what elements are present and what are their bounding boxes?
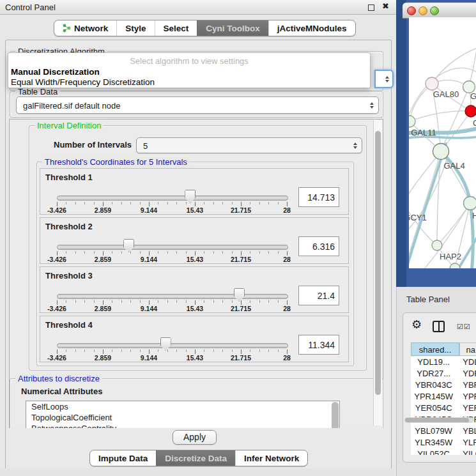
tab-style[interactable]: Style <box>116 20 154 36</box>
tab-label: Discretize Data <box>165 454 227 463</box>
slider-thumb[interactable] <box>234 288 245 302</box>
slider-thumb[interactable] <box>160 337 171 351</box>
slider-track[interactable] <box>57 343 288 348</box>
table-row[interactable]: YER054CYER0 <box>411 403 476 414</box>
checkbox-pair-icon[interactable]: ☑☑ <box>457 323 471 331</box>
tick-label: 28 <box>283 305 291 312</box>
slider-track[interactable] <box>57 245 288 250</box>
minor-tick <box>84 251 85 254</box>
minor-tick <box>176 202 177 204</box>
zoom-green-icon[interactable] <box>430 6 439 15</box>
minor-tick <box>259 202 260 204</box>
table-data-combo[interactable]: galFiltered.sif default node <box>16 96 379 114</box>
network-edge <box>469 40 476 87</box>
major-tick <box>195 251 196 256</box>
minor-tick <box>250 300 250 303</box>
tick-label: 9.144 <box>141 305 157 312</box>
network-node-gal80[interactable] <box>426 77 438 90</box>
tab-label: Select <box>164 24 189 33</box>
network-node[interactable] <box>464 197 476 210</box>
close-icon[interactable]: ✖ <box>382 1 389 11</box>
minor-tick <box>94 300 95 303</box>
table-row[interactable]: YDL19...YDL1 <box>411 357 476 368</box>
threshold-label: Threshold 4 <box>45 320 93 330</box>
tab-jactivemnodules[interactable]: jActiveMNodules <box>268 20 355 36</box>
slider-track[interactable] <box>57 196 288 201</box>
algorithm-option-manual-discretization[interactable]: Manual Discretization <box>11 67 100 77</box>
tab-select[interactable]: Select <box>155 20 197 36</box>
minor-tick <box>186 251 187 254</box>
node-label: GCY1 <box>409 213 427 222</box>
table-data-combo-value: galFiltered.sif default node <box>23 100 120 110</box>
tab-infer-network[interactable]: Infer Network <box>235 450 307 466</box>
tab-network[interactable]: Network <box>54 20 116 36</box>
minor-tick <box>112 251 112 254</box>
slider-thumb[interactable] <box>185 190 196 203</box>
tick-label: 28 <box>283 256 291 263</box>
minor-tick <box>112 300 112 303</box>
network-canvas[interactable]: GAL80GACGAL11GAL4GCY1HHAP2 <box>409 17 476 268</box>
close-red-icon[interactable] <box>407 6 416 15</box>
table-row[interactable]: YBR043CYBR0 <box>411 380 476 391</box>
slider-track[interactable] <box>57 294 288 299</box>
threshold-label: Threshold 3 <box>45 271 93 280</box>
network-node-gal11[interactable] <box>409 116 415 127</box>
float-window-icon[interactable] <box>368 4 374 11</box>
numerical-attributes-list[interactable]: SelfLoopsTopologicalCoefficientBetweenne… <box>26 401 340 430</box>
slider-thumb[interactable] <box>123 239 134 252</box>
attribute-item-selfloops[interactable]: SelfLoops <box>26 401 339 412</box>
table-row[interactable]: YIL052CYIL0 <box>411 449 476 455</box>
network-node-gal4[interactable] <box>433 144 449 160</box>
minor-tick <box>112 202 112 204</box>
table-row[interactable]: YDR27...YDR2 <box>411 368 476 380</box>
cell-name: YDL1 <box>456 357 476 368</box>
threshold-value-field[interactable]: 21.4 <box>298 286 339 305</box>
minor-tick <box>232 251 233 254</box>
tick-label: 28 <box>283 206 291 214</box>
number-of-intervals-label: Number of Intervals <box>54 140 132 150</box>
tab-discretize-data[interactable]: Discretize Data <box>156 450 235 466</box>
horizontal-scrollbar-thumb[interactable] <box>405 418 469 422</box>
table-data-label: Table Data <box>15 87 60 96</box>
minor-tick <box>84 300 85 303</box>
threshold-value-field[interactable]: 6.316 <box>298 236 339 256</box>
vertical-scrollbar-thumb[interactable] <box>375 131 381 395</box>
tab-impute-data[interactable]: Impute Data <box>90 450 156 466</box>
column-header-name[interactable]: na <box>459 342 476 356</box>
horizontal-scrollbar[interactable] <box>404 417 474 423</box>
gear-icon[interactable]: ⚙ <box>411 318 422 332</box>
tick-label: 9.144 <box>141 206 157 214</box>
major-tick <box>57 202 58 206</box>
apply-button[interactable]: Apply <box>173 430 217 445</box>
network-node-hap2[interactable] <box>432 240 442 250</box>
threshold-panel-4: Threshold 4-3.4262.8599.14415.4321.71528… <box>40 316 349 362</box>
table-row[interactable]: YPR145WYPR1 <box>411 391 476 403</box>
vertical-scrollbar[interactable] <box>373 120 382 426</box>
list-scrollbar-thumb[interactable] <box>332 402 339 430</box>
split-columns-icon[interactable] <box>433 321 445 332</box>
node-label: GAL80 <box>433 89 459 99</box>
algorithm-combo-fragment[interactable] <box>374 70 394 88</box>
table-row[interactable]: YLR345WYLR3 <box>411 437 476 449</box>
major-tick <box>103 251 104 256</box>
network-edge <box>432 46 476 84</box>
tab-cyni-toolbox[interactable]: Cyni Toolbox <box>197 20 268 36</box>
threshold-value-field[interactable]: 11.344 <box>298 335 339 355</box>
cell-name: YIL0 <box>456 449 476 455</box>
minor-tick <box>278 251 279 254</box>
major-tick <box>57 300 58 305</box>
number-of-intervals-combo[interactable]: 5 <box>136 137 362 153</box>
network-window-titlebar[interactable] <box>403 3 476 19</box>
attribute-item-topologicalcoefficient[interactable]: TopologicalCoefficient <box>26 412 339 423</box>
threshold-value-field[interactable]: 14.713 <box>298 187 339 207</box>
major-tick <box>287 202 288 206</box>
numerical-attributes-label: Numerical Attributes <box>21 387 102 396</box>
minor-tick <box>250 349 250 352</box>
table-panel: Table Panel ⚙ ☑☑ shared...naYDL19...YDL1… <box>396 287 476 476</box>
network-node[interactable] <box>465 105 476 117</box>
table-row[interactable]: YBL079WYBL0 <box>411 426 476 437</box>
minimize-yellow-icon[interactable] <box>418 6 427 15</box>
column-header-shared-name[interactable]: shared... <box>411 342 459 356</box>
node-label: HAP2 <box>440 252 461 261</box>
algorithm-option-equal-width-frequency-discretization[interactable]: Equal Width/Frequency Discretization <box>11 77 155 87</box>
